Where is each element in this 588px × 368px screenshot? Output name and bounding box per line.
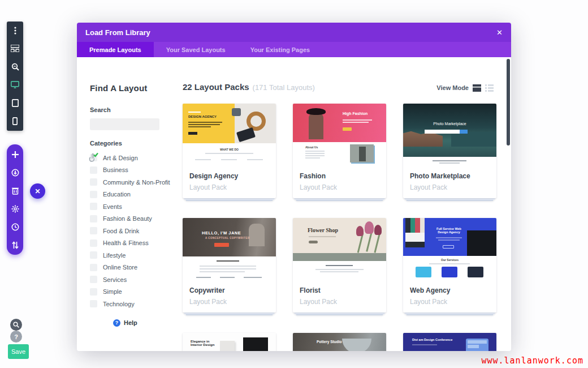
category-label: Fashion & Beauty [103,215,152,222]
view-mode-label: View Mode [436,84,469,91]
category-label: Health & Fitness [103,239,149,246]
tablet-view-icon[interactable] [11,99,19,107]
categories-list: Art & Design Business [90,152,175,310]
tab-your-existing-pages[interactable]: Your Existing Pages [238,42,323,57]
layout-pack-card-web-agency[interactable]: Full Service Web Design Agency Our Servi… [403,218,496,313]
category-checkbox[interactable] [90,264,97,271]
design-agency-thumbnail: DESIGN AGENCY WHAT WE DO [183,104,276,167]
layout-pack-card-copywriter[interactable]: HELLO, I'M JANE A CONCEPTUAL COPYWRITER … [183,218,276,313]
load-from-library-modal: Load From Library ✕ Premade Layouts Your… [77,23,511,351]
category-checkbox[interactable] [90,191,97,198]
category-checkbox-row[interactable]: Events [90,200,175,213]
modal-close-icon[interactable]: ✕ [496,29,503,36]
category-checkbox[interactable] [90,154,97,161]
help-link[interactable]: ? Help [113,319,175,327]
layout-filter-sidebar: Find A Layout Search Categories Art & De… [90,57,175,327]
kebab-menu-icon[interactable] [11,26,19,35]
card-subtitle: Layout Pack [410,183,490,191]
category-checkbox[interactable] [90,227,97,234]
builder-toolbar [7,144,23,255]
grid-view-icon[interactable] [473,84,481,92]
card-subtitle: Layout Pack [300,298,379,306]
category-checkbox-row[interactable]: Lifestyle [90,249,175,262]
search-input[interactable] [90,118,159,130]
checked-cursor-icon [88,152,100,163]
history-icon[interactable] [11,222,19,231]
category-checkbox[interactable] [90,251,97,259]
category-checkbox-row[interactable]: Education [90,189,175,201]
category-label: Services [103,276,127,283]
categories-label: Categories [90,140,175,147]
category-checkbox[interactable] [90,203,97,210]
web-agency-thumbnail: Full Service Web Design Agency Our Servi… [403,218,496,281]
packs-count: 22 Layout Packs [183,82,249,92]
category-checkbox[interactable] [90,215,97,222]
category-checkbox[interactable] [90,166,97,174]
category-checkbox-row[interactable]: Food & Drink [90,225,175,237]
modal-scrollbar[interactable] [507,59,510,146]
category-label: Art & Design [103,155,138,161]
tab-premade-layouts[interactable]: Premade Layouts [77,42,154,57]
category-checkbox-row[interactable]: Technology [90,298,175,310]
layout-pack-card-interior-design[interactable]: Elegance in Interior Design [183,333,276,351]
layout-pack-card-design-conference[interactable]: Divi am Design Conference [403,333,496,351]
category-checkbox-row[interactable]: Art & Design [90,152,175,164]
category-label: Education [103,191,131,198]
fashion-thumbnail: High Fashion About Us [293,104,386,167]
page-help-button[interactable]: ? [10,331,22,343]
portability-icon[interactable] [11,241,19,249]
category-label: Lifestyle [103,252,126,259]
category-checkbox[interactable] [90,300,97,307]
florist-thumbnail: Flower Shop [293,218,386,281]
watermark-text: www.lanlanwork.com [481,356,583,366]
layout-pack-card-photo-marketplace[interactable]: Photo Marketplace Photo Marketplace Layo… [403,104,496,198]
modal-tabbar: Premade Layouts Your Saved Layouts Your … [77,42,511,57]
design-conference-thumbnail: Divi am Design Conference [403,333,496,351]
card-title: Design Agency [189,172,269,180]
search-label: Search [90,106,175,113]
save-button[interactable]: Save [8,344,29,359]
card-subtitle: Layout Pack [300,183,379,191]
category-checkbox-row[interactable]: Fashion & Beauty [90,213,175,225]
device-toolbar [7,22,23,131]
layout-pack-card-pottery-studio[interactable]: Pottery Studio [293,333,386,351]
card-subtitle: Layout Pack [410,298,490,306]
phone-view-icon[interactable] [11,117,19,125]
trash-icon[interactable] [11,186,19,195]
category-checkbox-row[interactable]: Business [90,164,175,177]
category-checkbox[interactable] [90,239,97,247]
wireframe-view-icon[interactable] [11,44,19,53]
close-builder-bar-button[interactable]: ✕ [30,183,45,199]
tab-your-saved-layouts[interactable]: Your Saved Layouts [154,42,238,57]
gear-icon[interactable] [11,204,19,213]
category-checkbox-row[interactable]: Simple [90,286,175,298]
category-checkbox[interactable] [90,276,97,283]
category-label: Community & Non-Profit [103,179,170,186]
copywriter-thumbnail: HELLO, I'M JANE A CONCEPTUAL COPYWRITER [183,218,276,281]
category-checkbox-row[interactable]: Services [90,273,175,286]
layout-pack-card-fashion[interactable]: High Fashion About Us Fashion Layout Pac… [293,104,386,198]
category-checkbox[interactable] [90,288,97,296]
category-checkbox[interactable] [90,178,97,186]
modal-header: Load From Library ✕ [77,23,511,42]
card-subtitle: Layout Pack [189,183,269,191]
card-subtitle: Layout Pack [189,298,269,306]
add-icon[interactable] [11,150,19,159]
category-label: Events [103,203,122,210]
page-zoom-button[interactable] [10,319,22,331]
list-view-icon[interactable] [485,84,494,92]
layout-pack-card-design-agency[interactable]: DESIGN AGENCY WHAT WE DO Design Agency [183,104,276,198]
category-checkbox-row[interactable]: Community & Non-Profit [90,176,175,189]
layout-pack-card-florist[interactable]: Flower Shop Florist [293,218,386,313]
results-header: 22 Layout Packs (171 Total Layouts) View… [183,82,494,92]
zoom-icon[interactable] [11,62,19,71]
sidebar-heading: Find A Layout [90,83,175,93]
category-label: Food & Drink [103,228,139,234]
packs-total: (171 Total Layouts) [253,83,315,92]
category-label: Business [103,166,128,173]
modal-body: Find A Layout Search Categories Art & De… [77,57,511,351]
power-icon[interactable] [11,168,19,177]
category-checkbox-row[interactable]: Health & Fitness [90,237,175,250]
desktop-view-icon[interactable] [11,80,19,89]
category-checkbox-row[interactable]: Online Store [90,262,175,274]
